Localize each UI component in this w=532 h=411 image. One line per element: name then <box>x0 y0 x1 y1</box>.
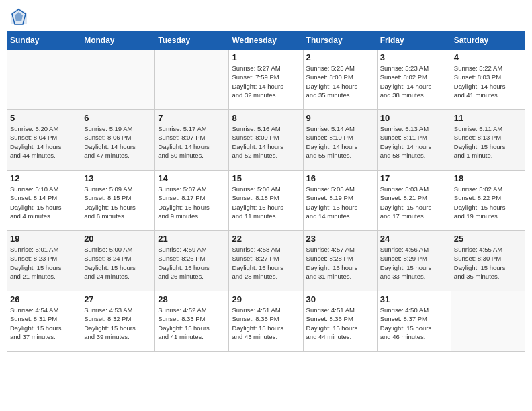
day-number: 8 <box>232 113 300 123</box>
calendar-cell: 14Sunrise: 5:07 AM Sunset: 8:17 PM Dayli… <box>155 171 229 231</box>
day-number: 19 <box>10 234 78 244</box>
calendar-cell: 3Sunrise: 5:23 AM Sunset: 8:02 PM Daylig… <box>377 50 451 110</box>
cell-info: Sunrise: 4:50 AM Sunset: 8:37 PM Dayligh… <box>380 306 448 341</box>
cell-info: Sunrise: 5:19 AM Sunset: 8:06 PM Dayligh… <box>84 124 152 160</box>
weekday-header-tuesday: Tuesday <box>155 32 229 50</box>
cell-info: Sunrise: 5:09 AM Sunset: 8:15 PM Dayligh… <box>84 185 152 220</box>
cell-info: Sunrise: 5:11 AM Sunset: 8:13 PM Dayligh… <box>454 124 522 160</box>
calendar-week-5: 26Sunrise: 4:54 AM Sunset: 8:31 PM Dayli… <box>7 291 525 352</box>
calendar-cell: 28Sunrise: 4:52 AM Sunset: 8:33 PM Dayli… <box>155 291 229 352</box>
cell-info: Sunrise: 5:25 AM Sunset: 8:00 PM Dayligh… <box>306 64 374 99</box>
calendar-cell <box>7 50 81 110</box>
calendar-cell: 23Sunrise: 4:57 AM Sunset: 8:28 PM Dayli… <box>303 231 377 291</box>
cell-info: Sunrise: 5:03 AM Sunset: 8:21 PM Dayligh… <box>380 185 448 220</box>
calendar-week-3: 12Sunrise: 5:10 AM Sunset: 8:14 PM Dayli… <box>7 171 525 231</box>
day-number: 11 <box>454 113 522 123</box>
day-number: 28 <box>158 294 226 304</box>
calendar-cell: 15Sunrise: 5:06 AM Sunset: 8:18 PM Dayli… <box>229 171 303 231</box>
calendar-cell: 26Sunrise: 4:54 AM Sunset: 8:31 PM Dayli… <box>7 291 81 352</box>
calendar-cell: 12Sunrise: 5:10 AM Sunset: 8:14 PM Dayli… <box>7 171 81 231</box>
calendar-cell: 11Sunrise: 5:11 AM Sunset: 8:13 PM Dayli… <box>451 110 525 171</box>
weekday-header-monday: Monday <box>81 32 155 50</box>
cell-info: Sunrise: 5:02 AM Sunset: 8:22 PM Dayligh… <box>454 185 522 220</box>
day-number: 13 <box>84 173 152 183</box>
day-number: 27 <box>84 294 152 304</box>
cell-info: Sunrise: 5:05 AM Sunset: 8:19 PM Dayligh… <box>306 185 374 220</box>
cell-info: Sunrise: 5:06 AM Sunset: 8:18 PM Dayligh… <box>232 185 300 220</box>
calendar-cell: 9Sunrise: 5:14 AM Sunset: 8:10 PM Daylig… <box>303 110 377 171</box>
cell-info: Sunrise: 5:13 AM Sunset: 8:11 PM Dayligh… <box>380 124 448 160</box>
cell-info: Sunrise: 4:51 AM Sunset: 8:35 PM Dayligh… <box>232 306 300 341</box>
day-number: 9 <box>306 113 374 123</box>
calendar-body: 1Sunrise: 5:27 AM Sunset: 7:59 PM Daylig… <box>7 50 525 352</box>
cell-info: Sunrise: 4:59 AM Sunset: 8:26 PM Dayligh… <box>158 245 226 281</box>
day-number: 31 <box>380 294 448 304</box>
day-number: 22 <box>232 234 300 244</box>
logo <box>9 7 30 26</box>
calendar-cell: 2Sunrise: 5:25 AM Sunset: 8:00 PM Daylig… <box>303 50 377 110</box>
day-number: 4 <box>454 52 522 62</box>
weekday-header-sunday: Sunday <box>7 32 81 50</box>
day-number: 15 <box>232 173 300 183</box>
calendar-cell: 20Sunrise: 5:00 AM Sunset: 8:24 PM Dayli… <box>81 231 155 291</box>
calendar-cell: 4Sunrise: 5:22 AM Sunset: 8:03 PM Daylig… <box>451 50 525 110</box>
cell-info: Sunrise: 5:10 AM Sunset: 8:14 PM Dayligh… <box>10 185 78 220</box>
page-header <box>7 7 525 26</box>
calendar-cell <box>451 291 525 352</box>
calendar-cell: 30Sunrise: 4:51 AM Sunset: 8:36 PM Dayli… <box>303 291 377 352</box>
calendar-cell <box>155 50 229 110</box>
day-number: 12 <box>10 173 78 183</box>
calendar-header: SundayMondayTuesdayWednesdayThursdayFrid… <box>7 32 525 50</box>
calendar-cell: 5Sunrise: 5:20 AM Sunset: 8:04 PM Daylig… <box>7 110 81 171</box>
calendar-table: SundayMondayTuesdayWednesdayThursdayFrid… <box>7 31 525 352</box>
calendar-cell: 7Sunrise: 5:17 AM Sunset: 8:07 PM Daylig… <box>155 110 229 171</box>
calendar-cell: 27Sunrise: 4:53 AM Sunset: 8:32 PM Dayli… <box>81 291 155 352</box>
cell-info: Sunrise: 5:01 AM Sunset: 8:23 PM Dayligh… <box>10 245 78 281</box>
cell-info: Sunrise: 4:56 AM Sunset: 8:29 PM Dayligh… <box>380 245 448 281</box>
cell-info: Sunrise: 5:27 AM Sunset: 7:59 PM Dayligh… <box>232 64 300 99</box>
weekday-header-saturday: Saturday <box>451 32 525 50</box>
cell-info: Sunrise: 4:53 AM Sunset: 8:32 PM Dayligh… <box>84 306 152 341</box>
cell-info: Sunrise: 5:00 AM Sunset: 8:24 PM Dayligh… <box>84 245 152 281</box>
day-number: 6 <box>84 113 152 123</box>
day-number: 29 <box>232 294 300 304</box>
calendar-cell: 25Sunrise: 4:55 AM Sunset: 8:30 PM Dayli… <box>451 231 525 291</box>
day-number: 23 <box>306 234 374 244</box>
calendar-cell: 31Sunrise: 4:50 AM Sunset: 8:37 PM Dayli… <box>377 291 451 352</box>
calendar-cell: 10Sunrise: 5:13 AM Sunset: 8:11 PM Dayli… <box>377 110 451 171</box>
cell-info: Sunrise: 5:17 AM Sunset: 8:07 PM Dayligh… <box>158 124 226 160</box>
day-number: 30 <box>306 294 374 304</box>
day-number: 18 <box>454 173 522 183</box>
calendar-cell: 29Sunrise: 4:51 AM Sunset: 8:35 PM Dayli… <box>229 291 303 352</box>
day-number: 3 <box>380 52 448 62</box>
calendar-cell: 8Sunrise: 5:16 AM Sunset: 8:09 PM Daylig… <box>229 110 303 171</box>
day-number: 17 <box>380 173 448 183</box>
calendar-cell: 16Sunrise: 5:05 AM Sunset: 8:19 PM Dayli… <box>303 171 377 231</box>
day-number: 20 <box>84 234 152 244</box>
logo-icon <box>9 7 28 26</box>
calendar-cell: 18Sunrise: 5:02 AM Sunset: 8:22 PM Dayli… <box>451 171 525 231</box>
cell-info: Sunrise: 4:52 AM Sunset: 8:33 PM Dayligh… <box>158 306 226 341</box>
calendar-cell: 1Sunrise: 5:27 AM Sunset: 7:59 PM Daylig… <box>229 50 303 110</box>
cell-info: Sunrise: 5:22 AM Sunset: 8:03 PM Dayligh… <box>454 64 522 99</box>
cell-info: Sunrise: 4:54 AM Sunset: 8:31 PM Dayligh… <box>10 306 78 341</box>
day-number: 21 <box>158 234 226 244</box>
calendar-cell <box>81 50 155 110</box>
calendar-cell: 24Sunrise: 4:56 AM Sunset: 8:29 PM Dayli… <box>377 231 451 291</box>
day-number: 10 <box>380 113 448 123</box>
day-number: 16 <box>306 173 374 183</box>
day-number: 24 <box>380 234 448 244</box>
calendar-week-4: 19Sunrise: 5:01 AM Sunset: 8:23 PM Dayli… <box>7 231 525 291</box>
weekday-header-thursday: Thursday <box>303 32 377 50</box>
day-number: 5 <box>10 113 78 123</box>
calendar-cell: 21Sunrise: 4:59 AM Sunset: 8:26 PM Dayli… <box>155 231 229 291</box>
day-number: 1 <box>232 52 300 62</box>
day-number: 14 <box>158 173 226 183</box>
day-number: 26 <box>10 294 78 304</box>
cell-info: Sunrise: 5:07 AM Sunset: 8:17 PM Dayligh… <box>158 185 226 220</box>
calendar-cell: 22Sunrise: 4:58 AM Sunset: 8:27 PM Dayli… <box>229 231 303 291</box>
cell-info: Sunrise: 5:14 AM Sunset: 8:10 PM Dayligh… <box>306 124 374 160</box>
cell-info: Sunrise: 4:51 AM Sunset: 8:36 PM Dayligh… <box>306 306 374 341</box>
calendar-week-2: 5Sunrise: 5:20 AM Sunset: 8:04 PM Daylig… <box>7 110 525 171</box>
weekday-row: SundayMondayTuesdayWednesdayThursdayFrid… <box>7 32 525 50</box>
